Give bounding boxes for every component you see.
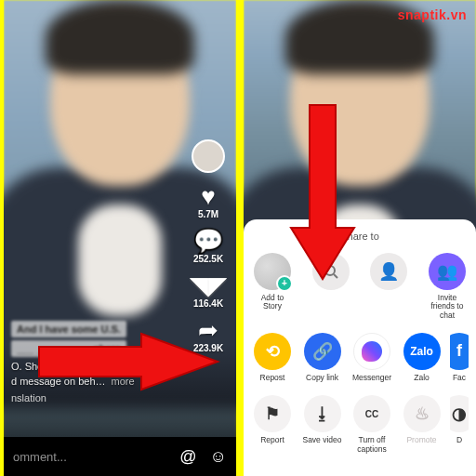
facebook-icon: f — [450, 333, 469, 370]
emoji-icon[interactable]: ☺ — [210, 447, 227, 467]
annotation-arrow-copylink — [285, 98, 360, 284]
copy-link-option[interactable]: 🔗 Copy link — [301, 333, 344, 382]
comment-count: 252.5K — [193, 254, 223, 264]
share-sheet: Share to Add to Story 👤 👥 Invite friends… — [244, 219, 476, 476]
link-icon: 🔗 — [304, 333, 341, 370]
captions-icon: CC — [353, 395, 390, 432]
like-button[interactable]: ♥ 5.7M — [198, 184, 218, 219]
share-sheet-pane: snaptik.vn Share to Add to Story 👤 👥 Inv… — [244, 0, 476, 476]
share-row-people: Add to Story 👤 👥 Invite friends to chat — [251, 249, 469, 329]
svg-marker-0 — [39, 334, 218, 390]
save-video-option[interactable]: ⭳ Save video — [301, 395, 344, 454]
duet-icon: ◑ — [450, 395, 469, 432]
watermark-text: snaptik.vn — [398, 7, 467, 22]
video-background-blurred — [244, 0, 476, 223]
comment-icon: 💬 — [193, 229, 223, 253]
zalo-icon: Zalo — [403, 333, 441, 370]
annotation-arrow-share — [32, 330, 227, 404]
promote-option[interactable]: ♨ Promote — [401, 395, 443, 454]
zalo-option[interactable]: Zalo Zalo — [401, 333, 443, 382]
svg-marker-3 — [291, 105, 354, 279]
fire-icon: ♨ — [403, 395, 441, 432]
facebook-option[interactable]: f Fac — [450, 333, 469, 382]
share-row-actions: ⚑ Report ⭳ Save video CC Turn off captio… — [251, 391, 469, 463]
flag-icon: ⚑ — [254, 395, 291, 432]
save-count: 116.4K — [193, 298, 223, 309]
invite-friends[interactable]: 👥 Invite friends to chat — [426, 253, 469, 320]
messenger-option[interactable]: Messenger — [350, 333, 393, 382]
duet-option[interactable]: ◑ D — [450, 395, 469, 454]
bookmark-icon: ◥◤ — [190, 273, 227, 298]
like-count: 5.7M — [198, 209, 218, 219]
repost-icon: ⟲ — [254, 333, 291, 370]
person-icon: 👤 — [370, 253, 407, 290]
contact-item[interactable]: 👤 — [367, 253, 410, 320]
mention-icon[interactable]: @ — [179, 447, 196, 467]
download-icon: ⭳ — [304, 395, 341, 432]
captions-option[interactable]: CC Turn off captions — [350, 395, 393, 454]
person-hair — [46, 0, 194, 74]
creator-avatar[interactable] — [192, 139, 225, 173]
report-option[interactable]: ⚑ Report — [251, 395, 294, 454]
share-row-apps: ⟲ Repost 🔗 Copy link Messenger Zalo Zalo… — [251, 329, 469, 391]
save-button[interactable]: ◥◤ 116.4K — [190, 273, 227, 309]
comment-bar: omment... @ ☺ — [4, 437, 236, 476]
comment-button[interactable]: 💬 252.5K — [193, 229, 223, 264]
share-sheet-title: Share to — [251, 231, 469, 242]
repost-option[interactable]: ⟲ Repost — [251, 333, 294, 382]
messenger-icon — [353, 333, 390, 370]
comment-input[interactable]: omment... — [13, 450, 67, 464]
invite-icon: 👥 — [429, 253, 466, 290]
tiktok-feed-pane: ♥ 5.7M 💬 252.5K ◥◤ 116.4K ➦ 223.9K And I… — [4, 0, 236, 476]
engagement-rail: ♥ 5.7M 💬 252.5K ◥◤ 116.4K ➦ 223.9K — [186, 139, 231, 353]
person-shirt — [78, 205, 162, 316]
heart-icon: ♥ — [201, 184, 215, 208]
